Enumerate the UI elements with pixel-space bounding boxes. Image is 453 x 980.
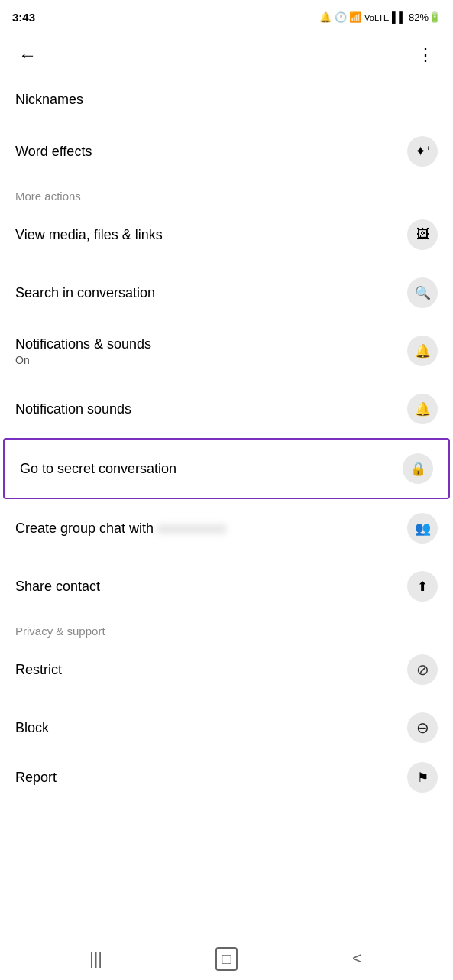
recents-icon: ||| (89, 949, 102, 969)
menu-item-share-title: Share contact (15, 579, 100, 595)
back-arrow-icon: ← (18, 44, 37, 66)
section-header-privacy-support: Privacy & support (0, 615, 453, 641)
report-icon: ⚑ (407, 762, 438, 793)
search-icon: 🔍 (407, 277, 438, 308)
block-icon: ⊖ (407, 712, 438, 743)
menu-item-notification-sounds-title: Notification sounds (15, 401, 131, 417)
menu-item-search-conversation[interactable]: Search in conversation 🔍 (0, 264, 453, 322)
content-area: Nicknames Word effects ✦+ More actions V… (0, 76, 453, 980)
menu-item-report[interactable]: Report ⚑ (0, 757, 453, 803)
notifications-icon: 🔔 (407, 336, 438, 366)
menu-item-block-left: Block (15, 720, 49, 736)
menu-item-notification-sounds[interactable]: Notification sounds 🔔 (0, 380, 453, 438)
menu-item-restrict[interactable]: Restrict ⊘ (0, 641, 453, 699)
nav-back-button[interactable]: < (338, 943, 377, 974)
menu-item-share-contact[interactable]: Share contact ⬆ (0, 557, 453, 615)
nav-recents-button[interactable]: ||| (77, 943, 115, 974)
menu-item-create-group-title: Create group chat with xxxxxxxxxx (15, 521, 226, 537)
menu-item-secret-conversation[interactable]: Go to secret conversation 🔒 (3, 438, 450, 499)
notification-sounds-icon: 🔔 (407, 394, 438, 424)
menu-item-notifications-title: Notifications & sounds (15, 336, 151, 352)
menu-item-notification-sounds-left: Notification sounds (15, 401, 131, 417)
menu-item-restrict-title: Restrict (15, 662, 62, 678)
menu-item-share-left: Share contact (15, 579, 100, 595)
status-time: 3:43 (12, 11, 35, 24)
menu-list: Nicknames Word effects ✦+ More actions V… (0, 76, 453, 803)
bottom-nav: ||| □ < (0, 937, 453, 980)
view-media-icon: 🖼 (407, 219, 438, 250)
menu-item-create-group-left: Create group chat with xxxxxxxxxx (15, 521, 226, 537)
menu-item-notifications-left: Notifications & sounds On (15, 336, 151, 366)
status-bar: 3:43 🔔 🕐 📶 VoLTE ▌▌ 82%🔋 (0, 0, 453, 34)
menu-item-word-effects-left: Word effects (15, 144, 92, 160)
back-nav-icon: < (352, 949, 362, 969)
menu-item-view-media-title: View media, files & links (15, 227, 163, 243)
status-icons-group: 🔔 🕐 📶 VoLTE ▌▌ 82%🔋 (319, 11, 441, 23)
menu-item-search-left: Search in conversation (15, 285, 155, 301)
menu-item-nicknames-title: Nicknames (15, 92, 83, 108)
blurred-name: xxxxxxxxxx (157, 521, 226, 537)
section-header-more-actions: More actions (0, 180, 453, 206)
menu-item-view-media[interactable]: View media, files & links 🖼 (0, 206, 453, 264)
menu-item-word-effects[interactable]: Word effects ✦+ (0, 122, 453, 180)
menu-item-view-media-left: View media, files & links (15, 227, 163, 243)
menu-item-secret-title: Go to secret conversation (20, 461, 176, 477)
menu-item-secret-left: Go to secret conversation (20, 461, 176, 477)
share-icon: ⬆ (407, 571, 438, 602)
menu-item-block-title: Block (15, 720, 49, 736)
menu-item-create-group[interactable]: Create group chat with xxxxxxxxxx 👥 (0, 499, 453, 557)
home-icon: □ (215, 947, 237, 971)
word-effects-icon: ✦+ (407, 136, 438, 167)
menu-item-report-left: Report (15, 770, 57, 786)
app-bar: ← ⋮ (0, 34, 453, 76)
menu-item-nicknames[interactable]: Nicknames (0, 76, 453, 122)
group-icon: 👥 (407, 513, 438, 544)
nav-home-button[interactable]: □ (208, 943, 246, 974)
menu-item-report-title: Report (15, 770, 57, 786)
status-icons: 🔔 🕐 📶 VoLTE ▌▌ 82%🔋 (319, 11, 441, 23)
menu-item-notifications-subtitle: On (15, 354, 151, 366)
more-dots-icon: ⋮ (417, 45, 435, 65)
secret-conversation-lock-icon: 🔒 (403, 453, 433, 484)
menu-item-block[interactable]: Block ⊖ (0, 699, 453, 757)
menu-item-nicknames-left: Nicknames (15, 92, 83, 108)
more-options-button[interactable]: ⋮ (410, 40, 441, 70)
back-button[interactable]: ← (12, 40, 43, 70)
menu-item-notifications-sounds[interactable]: Notifications & sounds On 🔔 (0, 322, 453, 380)
menu-item-word-effects-title: Word effects (15, 144, 92, 160)
menu-item-search-title: Search in conversation (15, 285, 155, 301)
restrict-icon: ⊘ (407, 654, 438, 685)
menu-item-restrict-left: Restrict (15, 662, 62, 678)
